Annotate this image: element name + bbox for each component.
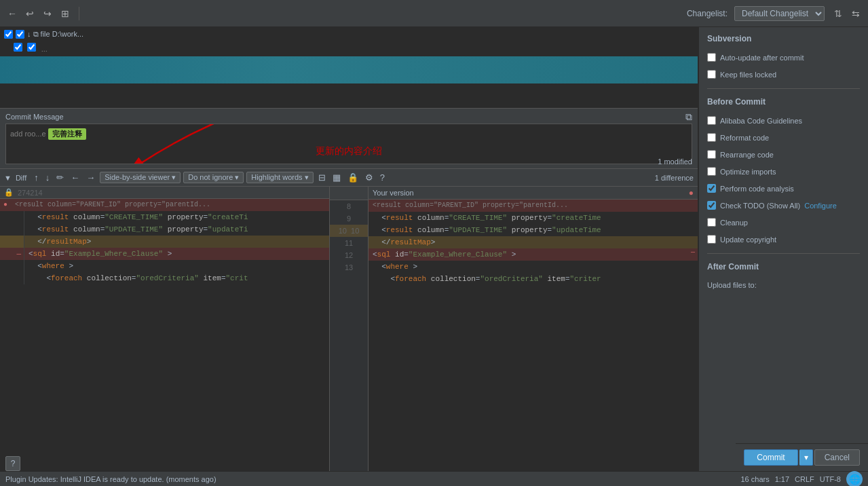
file-tree-header: ↓ ⧉ file D:\work... <box>0 27 698 41</box>
diff-right-line-3: </resultMap> <box>369 236 698 248</box>
subversion-title: Subversion <box>707 34 860 43</box>
diff-line-5: <where > <box>0 260 329 272</box>
highlight-select-btn[interactable]: Highlight words ▾ <box>246 172 313 183</box>
left-panel: ↓ ⧉ file D:\work... ... Commit Message a… <box>0 27 698 471</box>
commit-message-area: Commit Message add roo...e 完善注释 更新的内容介绍 … <box>0 109 698 169</box>
divider-1 <box>707 88 860 89</box>
diff-up-btn[interactable]: ↑ <box>32 172 41 183</box>
commit-center-text: 更新的内容介绍 <box>10 145 687 157</box>
diff-right-line-4: <sql id="Example_Where_Clause" > — <box>369 248 698 261</box>
diff-fwd-btn[interactable]: → <box>84 172 97 183</box>
after-commit-title: After Commit <box>707 262 860 272</box>
status-text: Plugin Updates: IntelliJ IDEA is ready t… <box>5 475 735 483</box>
diff-edit-btn[interactable]: ✏ <box>54 172 66 183</box>
optimize-row: Optimize imports <box>707 167 860 176</box>
line-sep-info: CRLF <box>795 475 814 483</box>
diff-right-line-5: <where > <box>369 261 698 273</box>
diff-line-1: <result column="CREATE_TIME" property="c… <box>0 211 329 223</box>
before-commit-title: Before Commit <box>707 97 860 107</box>
diff-left-lines: ● <result column="PARENT_ID" property="p… <box>0 199 329 284</box>
optimize-label[interactable]: Optimize imports <box>720 168 776 176</box>
diff-down-btn[interactable]: ↓ <box>43 172 52 183</box>
globe-icon[interactable]: 🌐 <box>846 471 863 487</box>
upload-row: Upload files to: <box>707 281 860 289</box>
your-version-label: Your version <box>373 189 414 197</box>
check-todo-checkbox[interactable] <box>707 201 716 210</box>
main-layout: ↓ ⧉ file D:\work... ... Commit Message a… <box>0 27 868 471</box>
highlight-label: Highlight words <box>251 173 302 181</box>
file-checkbox-2[interactable] <box>16 30 24 39</box>
filter-icon[interactable]: ⇆ <box>849 7 863 20</box>
diff-grid-btn[interactable]: ▦ <box>331 172 343 183</box>
rearrange-label[interactable]: Rearrange code <box>720 151 774 159</box>
auto-update-label[interactable]: Auto-update after commit <box>720 54 804 62</box>
back-icon[interactable]: ← <box>5 7 19 20</box>
keep-locked-row: Keep files locked <box>707 70 860 79</box>
update-copyright-label[interactable]: Update copyright <box>720 236 776 244</box>
toolbar-separator <box>79 7 79 20</box>
diff-right-pane: Your version ● <result column="PARENT_ID… <box>369 187 698 471</box>
copy-icon[interactable]: ⧉ <box>685 111 692 123</box>
reformat-label[interactable]: Reformat code <box>720 134 769 142</box>
check-todo-label[interactable]: Check TODO (Show All) <box>720 202 800 210</box>
file-preview-bar <box>0 56 698 83</box>
layout-icon[interactable]: ⊞ <box>58 7 72 20</box>
diff-back-btn[interactable]: ← <box>69 172 81 183</box>
commit-hint-text: add roo...e <box>10 130 48 138</box>
commit-dropdown-button[interactable]: ▾ <box>799 449 813 466</box>
diff-right-line-6: <foreach collection="oredCriteria" item=… <box>369 273 698 285</box>
diff-lock-btn[interactable]: 🔒 <box>345 172 360 183</box>
diff-right-line-2: <result column="UPDATE_TIME" property="u… <box>369 224 698 236</box>
ignore-label: Do not ignore <box>188 173 233 181</box>
viewer-select-btn[interactable]: Side-by-side viewer ▾ <box>100 172 181 183</box>
alibaba-label[interactable]: Alibaba Code Guidelines <box>720 117 802 125</box>
diff-right-line-error: <result column="PARENT_ID" property="par… <box>369 200 698 212</box>
red-arrow-svg <box>60 124 298 164</box>
file-sub-checkbox[interactable] <box>14 43 22 52</box>
cleanup-checkbox[interactable] <box>707 218 716 227</box>
diff-count: 1 difference <box>655 174 694 182</box>
chars-info: 16 chars <box>740 475 769 483</box>
right-panel: Subversion Auto-update after commit Keep… <box>698 27 868 471</box>
ignore-select-btn[interactable]: Do not ignore ▾ <box>183 172 244 183</box>
modified-badge: 1 modified <box>658 157 692 166</box>
auto-update-checkbox[interactable] <box>707 53 716 62</box>
configure-link[interactable]: Configure <box>804 202 837 210</box>
file-sub-checkbox2[interactable] <box>27 43 36 52</box>
diff-right-lines: <result column="PARENT_ID" property="par… <box>369 200 698 285</box>
diff-mid-nums: 8 9 10 10 11 12 13 <box>329 187 369 471</box>
lock-badge-left: 🔒 <box>4 188 14 197</box>
rearrange-row: Rearrange code <box>707 150 860 159</box>
reformat-checkbox[interactable] <box>707 133 716 142</box>
file-checkbox-1[interactable] <box>4 30 13 39</box>
perform-label[interactable]: Perform code analysis <box>720 185 794 193</box>
optimize-checkbox[interactable] <box>707 167 716 176</box>
alibaba-checkbox[interactable] <box>707 116 716 125</box>
commit-button[interactable]: Commit <box>744 449 797 466</box>
diff-help-btn[interactable]: ? <box>378 172 387 183</box>
diff-line-error: ● <result column="PARENT_ID" property="p… <box>0 199 329 211</box>
sort-icon[interactable]: ⇅ <box>831 7 845 20</box>
keep-locked-checkbox[interactable] <box>707 70 716 79</box>
redo-icon[interactable]: ↪ <box>41 7 54 20</box>
undo-icon[interactable]: ↩ <box>23 7 37 20</box>
auto-update-row: Auto-update after commit <box>707 53 860 62</box>
commit-message-label: Commit Message <box>5 113 692 121</box>
cancel-button[interactable]: Cancel <box>814 449 860 466</box>
diff-sync-btn[interactable]: ⊟ <box>316 172 328 183</box>
right-error-indicator: ● <box>689 188 694 198</box>
diff-gear-btn[interactable]: ⚙ <box>363 172 375 183</box>
file-sub-row: ... <box>0 41 698 55</box>
help-button[interactable]: ? <box>5 456 20 471</box>
perform-checkbox[interactable] <box>707 184 716 193</box>
changelist-select[interactable]: Default Changelist <box>734 6 825 21</box>
file-sub-label: ... <box>41 45 48 53</box>
keep-locked-label[interactable]: Keep files locked <box>720 71 776 79</box>
cleanup-label[interactable]: Cleanup <box>720 219 748 227</box>
commit-message-box[interactable]: add roo...e 完善注释 更新的内容介绍 <box>5 124 692 164</box>
update-copyright-checkbox[interactable] <box>707 235 716 244</box>
check-todo-row: Check TODO (Show All) Configure <box>707 201 860 210</box>
diff-title: Diff <box>16 174 26 182</box>
diff-line-6: <foreach collection="oredCriteria" item=… <box>0 272 329 284</box>
rearrange-checkbox[interactable] <box>707 150 716 159</box>
